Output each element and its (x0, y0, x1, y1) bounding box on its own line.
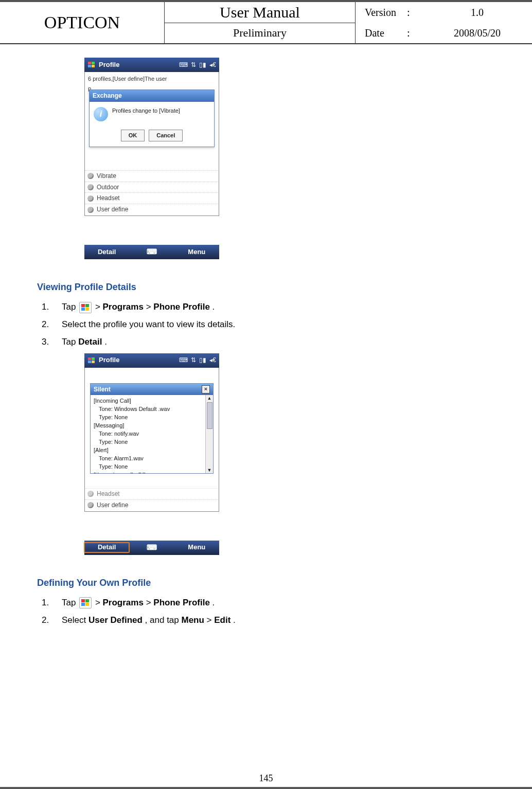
scroll-thumb[interactable] (207, 402, 212, 429)
text: Select (62, 615, 88, 625)
sync-icon: ⇅ (191, 61, 196, 69)
signal-icon: ▯▮ (199, 356, 206, 365)
text: Tap (62, 598, 78, 607)
softkey-bar: Detail ⌨ Menu (84, 245, 219, 259)
doc-title: User Manual (165, 2, 355, 23)
text: > (146, 598, 154, 607)
softkey-keyboard-icon[interactable]: ⌨ (129, 543, 174, 553)
screenshot-exchange-dialog: Profile ⌨ ⇅ ▯▮ ◂€ 6 profiles,[User defin… (84, 58, 219, 259)
detail-label: Detail (78, 337, 102, 347)
scroll-up-icon[interactable]: ▲ (207, 395, 212, 402)
bullet-icon (87, 195, 94, 202)
volume-icon: ◂€ (209, 61, 216, 69)
start-icon[interactable] (87, 61, 96, 69)
softkey-keyboard-icon[interactable]: ⌨ (129, 247, 174, 257)
sync-icon: ⇅ (191, 356, 196, 365)
info-icon: i (94, 107, 108, 121)
user-defined-label: User Defined (88, 615, 143, 625)
step: Select User Defined , and tap Menu > Edi… (51, 614, 495, 626)
detail-line: [Keypad sound] : Off (94, 471, 210, 474)
titlebar: Profile ⌨ ⇅ ▯▮ ◂€ (84, 353, 219, 368)
text: . (104, 337, 107, 347)
text: Tap (62, 337, 78, 347)
close-icon[interactable]: × (202, 385, 210, 393)
popup-content: [Incoming Call] Tone: Windows Default .w… (91, 395, 213, 473)
softkey-menu[interactable]: Menu (174, 543, 219, 552)
menu-label: Menu (181, 615, 204, 625)
softkey-detail[interactable]: Detail (84, 543, 129, 552)
volume-icon: ◂€ (209, 356, 216, 365)
text: > (95, 302, 103, 312)
list-item[interactable]: Headset (85, 192, 218, 204)
date-label: Date (356, 27, 407, 39)
tray-icons: ⌨ ⇅ ▯▮ ◂€ (179, 356, 216, 365)
dialog-message: Profiles change to [Vibrate] (112, 107, 180, 115)
colon: : (407, 7, 422, 19)
heading-viewing-profile-details: Viewing Profile Details (37, 281, 495, 294)
text: > (207, 615, 215, 625)
start-icon (79, 302, 92, 313)
list-item[interactable]: Outdoor (85, 182, 218, 193)
text: > (95, 598, 103, 607)
ok-button[interactable]: OK (121, 130, 145, 141)
softkey-detail[interactable]: Detail (84, 247, 129, 257)
list-item[interactable]: Vibrate (85, 170, 218, 182)
version-value: 1.0 (422, 7, 532, 19)
keyboard-icon: ⌨ (179, 356, 188, 365)
list-item-label: Headset (97, 194, 120, 203)
version-label: Version (356, 7, 407, 19)
text: > (146, 302, 154, 312)
popup-title: Silent (94, 385, 111, 394)
list-item-label: Outdoor (97, 183, 119, 192)
detail-line: Tone: notify.wav (94, 430, 210, 438)
doc-subtitle: Preliminary (165, 23, 355, 44)
scroll-down-icon[interactable]: ▼ (207, 467, 212, 474)
titlebar-text: Profile (99, 60, 179, 69)
list-item-label: User define (97, 205, 128, 214)
edit-label: Edit (214, 615, 230, 625)
keyboard-icon: ⌨ (179, 61, 188, 69)
text: . (212, 302, 215, 312)
start-icon (79, 597, 92, 608)
signal-icon: ▯▮ (199, 61, 206, 69)
detail-line: Tone: Windows Default .wav (94, 405, 210, 414)
steps-defining: Tap > Programs > Phone Profile . Select … (51, 597, 495, 626)
cancel-button[interactable]: Cancel (149, 130, 183, 141)
tray-icons: ⌨ ⇅ ▯▮ ◂€ (179, 61, 216, 69)
list-item-label: Vibrate (97, 172, 116, 181)
programs-label: Programs (103, 598, 144, 607)
list-item[interactable]: Headset (85, 488, 218, 499)
silent-popup: Silent × [Incoming Call] Tone: Windows D… (90, 383, 214, 474)
step: Tap > Programs > Phone Profile . (51, 597, 495, 609)
titlebar: Profile ⌨ ⇅ ▯▮ ◂€ (84, 58, 219, 72)
phone-profile-label: Phone Profile (153, 302, 210, 312)
text: Tap (62, 302, 78, 312)
heading-defining-own-profile: Defining Your Own Profile (37, 577, 495, 589)
start-icon[interactable] (87, 356, 96, 365)
detail-line: [Alert] (94, 446, 210, 455)
titlebar-text: Profile (99, 355, 179, 365)
step: Select the profile you want to view its … (51, 318, 495, 331)
step: Tap Detail . (51, 336, 495, 348)
page-number: 145 (0, 773, 532, 784)
list-item[interactable]: User define (85, 499, 218, 511)
softkey-bar: Detail ⌨ Menu (84, 541, 219, 555)
list-item[interactable]: User define (85, 204, 218, 215)
scrollbar[interactable]: ▲ ▼ (205, 395, 213, 473)
detail-line: Type: None (94, 414, 210, 422)
exchange-dialog: Exchange i Profiles change to [Vibrate] … (89, 89, 215, 147)
text: . (212, 598, 215, 607)
date-value: 2008/05/20 (422, 27, 532, 39)
detail-line: [Incoming Call] (94, 397, 210, 405)
bullet-icon (87, 502, 94, 508)
dialog-title: Exchange (90, 90, 214, 102)
softkey-menu[interactable]: Menu (174, 247, 219, 257)
text: , and tap (145, 615, 182, 625)
header-mid: User Manual Preliminary (165, 2, 355, 43)
detail-line: [Messaging] (94, 422, 210, 430)
programs-label: Programs (103, 302, 144, 312)
detail-line: Type: None (94, 463, 210, 471)
bullet-icon (87, 184, 94, 190)
profile-list-behind: Headset User define (85, 488, 218, 511)
colon: : (407, 27, 422, 39)
